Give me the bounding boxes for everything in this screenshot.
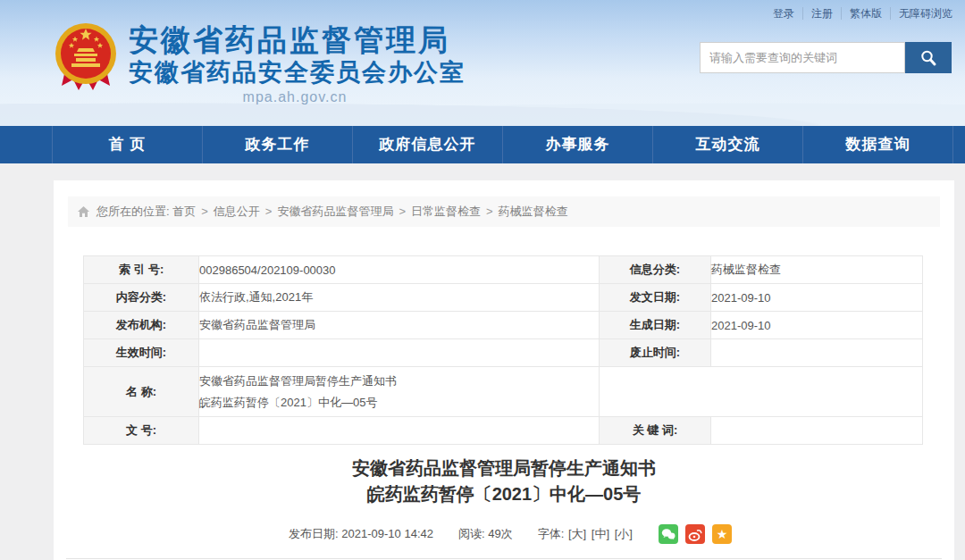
abolish-time-label: 废止时间: [600,339,711,367]
site-brand: 安徽省药品监督管理局 安徽省药品安全委员会办公室 mpa.ah.gov.cn [54,21,466,105]
table-row: 内容分类: 依法行政,通知,2021年 发文日期: 2021-09-10 [84,284,923,312]
font-size-label: 字体: [538,527,565,540]
document-info-table: 索 引 号: 002986504/202109-00030 信息分类: 药械监督… [83,255,923,445]
effective-time-label: 生效时间: [84,339,199,367]
accessibility-link[interactable]: 无障碍浏览 [891,7,952,20]
site-domain: mpa.ah.gov.cn [129,89,461,105]
search-input[interactable] [700,42,905,73]
info-category-value: 药械监督检查 [711,256,923,284]
site-search [700,42,952,73]
breadcrumb-agency[interactable]: 安徽省药品监督管理局 [277,196,393,227]
share-weibo-button[interactable] [685,524,705,544]
index-number-value: 002986504/202109-00030 [199,256,600,284]
table-row: 发布机构: 安徽省药品监督管理局 生成日期: 2021-09-10 [84,312,923,339]
font-size-small-button[interactable]: [小] [614,527,634,540]
publish-date-label: 发布日期: [289,527,339,540]
content-divider [66,558,942,559]
keywords-value [711,417,923,445]
share-favorite-button[interactable]: ★ [712,524,732,544]
login-link[interactable]: 登录 [765,7,803,20]
table-row: 文 号: 关 键 词: [84,417,923,445]
breadcrumb-info-disclosure[interactable]: 信息公开 [214,196,260,227]
breadcrumb-separator: > [393,196,411,227]
nav-item-home[interactable]: 首 页 [52,126,202,163]
main-nav: 首 页 政务工作 政府信息公开 办事服务 互动交流 数据查询 [0,126,965,163]
breadcrumb-daily-supervision[interactable]: 日常监督检查 [411,196,481,227]
nav-item-government-work[interactable]: 政务工作 [202,126,352,163]
breadcrumb-home[interactable]: 首页 [172,196,196,227]
table-row: 名 称: 安徽省药品监督管理局暂停生产通知书 皖药监药暂停〔2021〕中化—05… [84,367,923,417]
info-category-label: 信息分类: [600,256,711,284]
issue-date-value: 2021-09-10 [711,284,923,312]
site-titles: 安徽省药品监督管理局 安徽省药品安全委员会办公室 mpa.ah.gov.cn [129,21,466,105]
spacer [0,163,965,180]
abolish-time-value [711,339,923,367]
keywords-label: 关 键 词: [600,417,711,445]
search-icon [919,49,937,67]
home-icon [77,205,90,218]
breadcrumb-separator: > [196,196,214,227]
effective-time-value [199,339,600,367]
article-title-line2: 皖药监药暂停〔2021〕中化—05号 [54,481,954,507]
table-row: 生效时间: 废止时间: [84,339,923,367]
publish-date-value: 2021-09-10 14:42 [341,527,433,540]
breadcrumb-separator: > [481,196,499,227]
nav-item-info-disclosure[interactable]: 政府信息公开 [352,126,502,163]
page: 登录注册繁体版无障碍浏览 [0,0,965,560]
empty-cell [600,367,923,417]
generate-date-label: 生成日期: [600,312,711,339]
share-wechat-button[interactable] [659,524,678,544]
content-category-value: 依法行政,通知,2021年 [199,284,600,312]
document-number-label: 文 号: [84,417,199,445]
breadcrumb-prefix: 您所在的位置: [96,196,170,227]
document-name-label: 名 称: [84,367,199,417]
issue-date-label: 发文日期: [600,284,711,312]
topbar: 登录注册繁体版无障碍浏览 [765,6,952,21]
font-size-controls: 字体: [大] [中] [小] [538,526,634,542]
star-icon: ★ [717,524,728,544]
share-buttons: ★ [651,524,732,544]
document-name-line1: 安徽省药品监督管理局暂停生产通知书 [199,371,599,392]
publisher-value: 安徽省药品监督管理局 [199,312,600,339]
document-name-line2: 皖药监药暂停〔2021〕中化—05号 [199,392,599,414]
nav-item-data-query[interactable]: 数据查询 [802,126,953,163]
breadcrumb-current-category[interactable]: 药械监督检查 [499,196,568,227]
site-title-primary: 安徽省药品监督管理局 [129,23,466,57]
publish-date: 发布日期: 2021-09-10 14:42 [289,526,433,542]
weibo-icon [688,528,702,541]
nav-item-services[interactable]: 办事服务 [502,126,652,163]
content-card: 您所在的位置: 首页 > 信息公开 > 安徽省药品监督管理局 > 日常监督检查 … [54,180,954,560]
read-count-value: 49次 [488,527,512,540]
content-category-label: 内容分类: [84,284,199,312]
search-button[interactable] [905,42,952,73]
generate-date-value: 2021-09-10 [711,312,923,339]
traditional-version-link[interactable]: 繁体版 [842,7,891,20]
breadcrumb-separator: > [260,196,278,227]
read-count: 阅读: 49次 [458,526,513,542]
site-header: 登录注册繁体版无障碍浏览 [0,0,965,126]
index-number-label: 索 引 号: [84,256,199,284]
document-number-value [199,417,600,445]
font-size-medium-button[interactable]: [中] [591,527,610,540]
nav-item-interaction[interactable]: 互动交流 [652,126,802,163]
document-name-value: 安徽省药品监督管理局暂停生产通知书 皖药监药暂停〔2021〕中化—05号 [199,367,600,417]
read-count-label: 阅读: [458,527,485,540]
national-emblem-logo [54,21,118,93]
table-row: 索 引 号: 002986504/202109-00030 信息分类: 药械监督… [84,256,923,284]
article-meta: 发布日期: 2021-09-10 14:42 阅读: 49次 字体: [大] [… [54,524,954,544]
article-title: 安徽省药品监督管理局暂停生产通知书 皖药监药暂停〔2021〕中化—05号 [54,456,954,507]
wechat-icon [661,528,676,540]
breadcrumb: 您所在的位置: 首页 > 信息公开 > 安徽省药品监督管理局 > 日常监督检查 … [68,196,940,227]
font-size-large-button[interactable]: [大] [567,527,587,540]
register-link[interactable]: 注册 [803,7,842,20]
site-title-secondary: 安徽省药品安全委员会办公室 [129,57,466,88]
publisher-label: 发布机构: [84,312,199,339]
article-title-line1: 安徽省药品监督管理局暂停生产通知书 [54,456,954,481]
